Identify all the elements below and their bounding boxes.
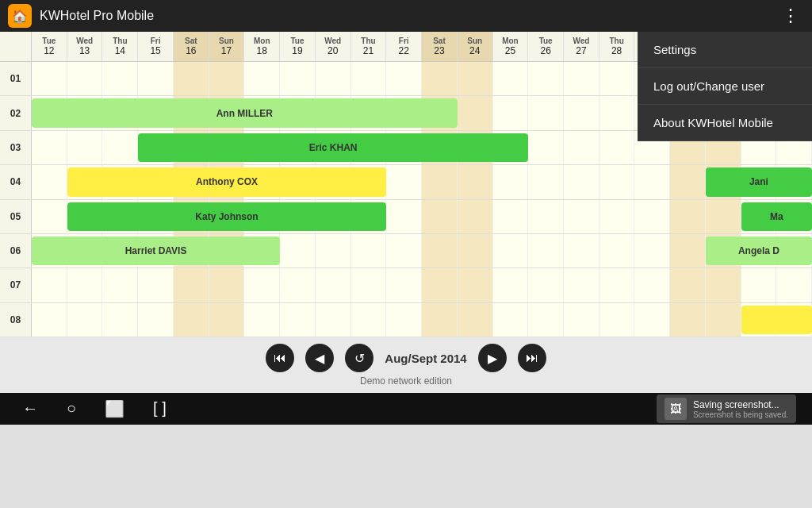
cell-r02-c16[interactable] [599, 96, 635, 129]
cell-r05-c12[interactable] [458, 200, 493, 233]
cell-r08-c6[interactable] [244, 303, 280, 337]
cell-r02-c15[interactable] [564, 96, 599, 129]
cell-r05-c13[interactable] [493, 200, 529, 233]
cell-r07-c15[interactable] [564, 268, 599, 302]
cell-r01-c8[interactable] [316, 62, 351, 95]
cell-r06-c13[interactable] [493, 234, 529, 267]
cell-r06-c16[interactable] [599, 234, 635, 267]
cell-r07-c3[interactable] [138, 268, 174, 302]
cell-r07-c7[interactable] [280, 268, 316, 302]
cell-r03-c16[interactable] [599, 131, 635, 164]
cell-r08-c5[interactable] [209, 303, 245, 337]
cell-r03-c2[interactable] [102, 131, 138, 164]
cell-r08-c9[interactable] [351, 303, 387, 337]
cell-r03-c0[interactable] [32, 131, 67, 164]
cell-r01-c11[interactable] [422, 62, 458, 95]
cell-r08-c4[interactable] [174, 303, 209, 337]
cell-r07-c1[interactable] [67, 268, 103, 302]
overflow-menu-button[interactable]: ⋮ [777, 6, 804, 26]
cell-r08-c16[interactable] [599, 303, 635, 337]
cell-r04-c16[interactable] [599, 165, 635, 198]
cell-r08-c19[interactable] [706, 303, 741, 337]
cell-r01-c0[interactable] [32, 62, 67, 95]
refresh-button[interactable]: ↺ [345, 344, 373, 372]
cell-r06-c18[interactable] [670, 234, 706, 267]
cell-r01-c6[interactable] [244, 62, 280, 95]
cell-r06-c7[interactable] [280, 234, 316, 267]
cal-row-07[interactable]: 07 [0, 268, 812, 302]
cell-r05-c0[interactable] [32, 200, 67, 233]
prev-button[interactable]: ◀ [305, 344, 334, 372]
cell-r07-c14[interactable] [528, 268, 564, 302]
cell-r08-c1[interactable] [67, 303, 103, 337]
cell-r07-c6[interactable] [244, 268, 280, 302]
cell-r04-c11[interactable] [422, 165, 458, 198]
booking-Jani-row3[interactable]: Jani [706, 167, 812, 196]
cell-r01-c14[interactable] [528, 62, 564, 95]
cell-r01-c3[interactable] [138, 62, 174, 95]
cell-r01-c4[interactable] [174, 62, 209, 95]
cell-r08-c14[interactable] [528, 303, 564, 337]
cell-r07-c20[interactable] [741, 268, 777, 302]
booking-AngelaD-row5[interactable]: Angela D [706, 237, 812, 265]
cell-r08-c3[interactable] [138, 303, 174, 337]
menu-about[interactable]: About KWHotel Mobile [638, 105, 812, 141]
back-button[interactable]: ← [22, 399, 38, 418]
booking-Ma-row4[interactable]: Ma [741, 202, 812, 231]
cell-r04-c18[interactable] [670, 165, 706, 198]
cell-r01-c5[interactable] [209, 62, 245, 95]
cell-r07-c11[interactable] [422, 268, 458, 302]
cell-r07-c13[interactable] [493, 268, 529, 302]
cell-r04-c17[interactable] [634, 165, 670, 198]
menu-settings[interactable]: Settings [638, 32, 812, 68]
menu-logout[interactable]: Log out/Change user [638, 68, 812, 105]
cell-r07-c5[interactable] [209, 268, 245, 302]
cell-r01-c1[interactable] [67, 62, 103, 95]
booking-unnamed-row7[interactable] [741, 306, 812, 334]
cell-r07-c0[interactable] [32, 268, 67, 302]
cell-r03-c15[interactable] [564, 131, 599, 164]
cell-r08-c2[interactable] [102, 303, 138, 337]
booking-AnnMILLER-row1[interactable]: Ann MILLER [32, 98, 458, 127]
cell-r08-c18[interactable] [670, 303, 706, 337]
cell-r04-c15[interactable] [564, 165, 599, 198]
cal-row-08[interactable]: 08 [0, 303, 812, 337]
cell-r05-c17[interactable] [634, 200, 670, 233]
cell-r01-c12[interactable] [458, 62, 493, 95]
cell-r03-c14[interactable] [528, 131, 564, 164]
cell-r07-c17[interactable] [634, 268, 670, 302]
rewind-button[interactable]: ⏮ [266, 344, 294, 372]
cell-r08-c15[interactable] [564, 303, 599, 337]
cell-r08-c7[interactable] [280, 303, 316, 337]
cell-r06-c17[interactable] [634, 234, 670, 267]
cell-r07-c9[interactable] [351, 268, 387, 302]
cell-r06-c14[interactable] [528, 234, 564, 267]
cell-r06-c12[interactable] [458, 234, 493, 267]
home-button[interactable]: ○ [67, 399, 76, 418]
cell-r05-c15[interactable] [564, 200, 599, 233]
cell-r08-c13[interactable] [493, 303, 529, 337]
cell-r07-c18[interactable] [670, 268, 706, 302]
cell-r06-c8[interactable] [316, 234, 351, 267]
cell-r01-c13[interactable] [493, 62, 529, 95]
cell-r01-c9[interactable] [351, 62, 387, 95]
cell-r08-c0[interactable] [32, 303, 67, 337]
cell-r01-c10[interactable] [386, 62, 422, 95]
cell-r05-c19[interactable] [706, 200, 741, 233]
recent-button[interactable]: ⬜ [105, 399, 124, 418]
cell-r02-c13[interactable] [493, 96, 529, 129]
booking-HarrietDAVIS-row5[interactable]: Harriet DAVIS [32, 237, 280, 265]
cell-r07-c4[interactable] [174, 268, 209, 302]
cell-r01-c7[interactable] [280, 62, 316, 95]
cell-r05-c10[interactable] [386, 200, 422, 233]
cell-r04-c14[interactable] [528, 165, 564, 198]
cell-r08-c12[interactable] [458, 303, 493, 337]
cell-r01-c15[interactable] [564, 62, 599, 95]
cell-r08-c11[interactable] [422, 303, 458, 337]
next-button[interactable]: ▶ [478, 344, 507, 372]
cell-r07-c10[interactable] [386, 268, 422, 302]
cell-r07-c21[interactable] [776, 268, 812, 302]
cal-row-06[interactable]: 06Harriet DAVISAngela D [0, 234, 812, 268]
cell-r07-c12[interactable] [458, 268, 493, 302]
booking-AnthonyCOX-row3[interactable]: Anthony COX [67, 167, 387, 196]
